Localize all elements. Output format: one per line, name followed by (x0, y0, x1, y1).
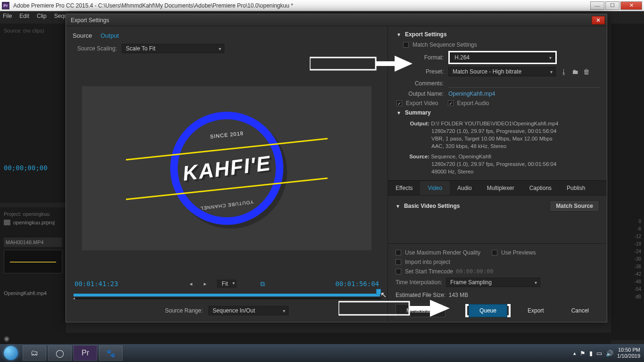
tray-chevron-icon[interactable]: ▴ (573, 350, 576, 356)
preview-scrub-bar[interactable] (74, 294, 380, 296)
audio-meter-panel: 0 -6 -12 -18 -24 -30 -36 -42 -48 -54 dB (611, 24, 644, 340)
time-interpolation-label: Time Interpolation: (396, 279, 442, 286)
set-start-timecode-label: Set Start Timecode (405, 268, 453, 275)
menu-clip[interactable]: Clip (37, 13, 47, 19)
save-preset-icon[interactable]: ⭳ (561, 68, 567, 75)
import-into-project-checkbox[interactable] (396, 259, 401, 265)
match-sequence-checkbox[interactable] (403, 42, 409, 48)
comments-label: Comments: (396, 80, 444, 87)
start-button[interactable] (0, 344, 22, 362)
tab-effects[interactable]: Effects (388, 181, 420, 195)
preview-range-track[interactable]: ◂ (73, 297, 381, 299)
window-maximize-button[interactable]: ☐ (605, 1, 619, 10)
twirl-icon[interactable]: ▼ (396, 204, 400, 209)
summary-output: Output: D:\! FOLDER YOUTUBE\VIDEO1\Openi… (403, 120, 600, 150)
tab-captions[interactable]: Captions (522, 181, 559, 195)
summary-source: Source: Sequence, OpeningKahfi 1280x720 … (403, 153, 600, 175)
output-name-link[interactable]: OpeningKahfi.mp4 (448, 90, 495, 97)
windows-orb-icon (4, 346, 18, 360)
twirl-icon[interactable]: ▼ (396, 110, 401, 115)
zoom-fit-dropdown[interactable]: Fit (217, 280, 236, 288)
use-previews-checkbox[interactable] (492, 250, 497, 255)
export-audio-checkbox[interactable]: ✓ (448, 100, 454, 106)
project-panel-title: Project: openingkuu (4, 211, 62, 217)
taskbar-app[interactable]: 🐾 (99, 346, 123, 361)
source-range-label: Source Range: (165, 307, 203, 314)
tab-output[interactable]: Output (100, 32, 119, 39)
aspect-ratio-icon[interactable]: ⧉ (260, 280, 265, 288)
bin-item-label: MAH00148.MP4 (6, 239, 44, 245)
cancel-button[interactable]: Cancel (561, 304, 599, 317)
app-icon: Pr (2, 2, 9, 9)
metadata-button[interactable]: Metadata... (396, 304, 446, 317)
window-close-button[interactable]: ✕ (620, 1, 642, 10)
taskbar: 🗂 ◯ Pr 🐾 ▴ ⚑ ▮ ▭ 🔊 10:50 PM 1/10/2019 (0, 344, 644, 362)
dialog-close-button[interactable]: ✕ (592, 16, 605, 25)
tray-clock[interactable]: 10:50 PM 1/10/2019 (617, 347, 640, 359)
project-file-label: openingkuu.prproj (13, 220, 55, 225)
project-file[interactable]: openingkuu.prproj (4, 220, 62, 225)
estimated-size-label: Estimated File Size: (396, 292, 446, 298)
bottom-toolbar: ◉ (0, 333, 611, 344)
tray-network-icon[interactable]: ▮ (589, 350, 593, 357)
eye-icon[interactable]: ◉ (4, 335, 9, 342)
dialog-title: Export Settings (71, 17, 109, 24)
set-start-timecode-checkbox[interactable] (396, 269, 401, 274)
taskbar-premiere[interactable]: Pr (74, 346, 97, 361)
source-range-dropdown[interactable]: Sequence In/Out (208, 306, 289, 315)
import-preset-icon[interactable]: 🖿 (572, 68, 578, 75)
preview-timecode-out[interactable]: 00:01:56:04 (322, 280, 379, 288)
preview-canvas: SINCE 2018 KAHFI'E YOUTUBE CHANNEL (82, 86, 372, 250)
export-button[interactable]: Export (517, 304, 554, 317)
source-monitor-label: Source: (no clips) (4, 28, 44, 33)
tab-publish[interactable]: Publish (559, 181, 593, 195)
export-video-label: Export Video (406, 100, 438, 107)
export-audio-label: Export Audio (457, 100, 489, 107)
preset-label: Preset: (396, 68, 444, 75)
source-scaling-dropdown[interactable]: Scale To Fit (122, 44, 224, 53)
queue-button[interactable]: Queue (469, 304, 507, 317)
tray-battery-icon[interactable]: ▭ (596, 350, 602, 357)
step-back-button[interactable]: ◂ (189, 280, 193, 287)
output-name-label: Output Name: (396, 90, 444, 97)
annotation-highlight-format: H.264 (448, 51, 557, 64)
match-sequence-label: Match Sequence Settings (413, 41, 477, 48)
menu-edit[interactable]: Edit (19, 13, 29, 19)
preview-timecode-in[interactable]: 00:01:41:23 (74, 280, 131, 288)
set-start-timecode-value[interactable]: 00:00:00:00 (456, 268, 493, 275)
time-interpolation-dropdown[interactable]: Frame Sampling (446, 278, 540, 287)
folder-icon (4, 220, 10, 225)
playhead-handle[interactable] (376, 289, 381, 295)
bin-item[interactable]: MAH00148.MP4 (4, 238, 62, 247)
format-dropdown[interactable]: H.264 (450, 53, 555, 62)
twirl-icon[interactable]: ▼ (396, 32, 401, 37)
match-source-button[interactable]: Match Source (550, 200, 599, 212)
tray-volume-icon[interactable]: 🔊 (606, 350, 613, 357)
tab-video[interactable]: Video (420, 181, 449, 195)
tray-flag-icon[interactable]: ⚑ (580, 350, 586, 357)
step-fwd-button[interactable]: ▸ (203, 280, 207, 287)
menu-file[interactable]: File (3, 13, 12, 19)
export-video-checkbox[interactable]: ✓ (396, 100, 402, 106)
project-panel: Project: openingkuu openingkuu.prproj MA… (0, 207, 66, 340)
tab-multiplexer[interactable]: Multiplexer (479, 181, 522, 195)
source-scaling-label: Source Scaling: (77, 45, 117, 52)
use-previews-label: Use Previews (501, 249, 536, 256)
preset-dropdown[interactable]: Match Source - High bitrate (448, 67, 556, 76)
delete-preset-icon[interactable]: 🗑 (583, 68, 590, 75)
max-render-quality-label: Use Maximum Render Quality (405, 249, 480, 256)
annotation-highlight-queue: Queue (465, 304, 511, 317)
comments-input[interactable] (448, 79, 600, 88)
taskbar-explorer[interactable]: 🗂 (23, 346, 46, 361)
import-into-project-label: Import into project (405, 259, 450, 265)
taskbar-chrome[interactable]: ◯ (48, 346, 72, 361)
bin-item[interactable]: OpeningKahfi.mp4 (4, 290, 62, 296)
bin-thumbnail[interactable] (4, 250, 62, 273)
export-settings-dialog: Export Settings ✕ Source Output Source S… (66, 14, 607, 322)
window-minimize-button[interactable]: — (590, 1, 604, 10)
audio-meter-ticks: 0 -6 -12 -18 -24 -30 -36 -42 -48 -54 dB (635, 218, 641, 301)
source-timecode-left: 00;00;00;00 (4, 164, 48, 172)
tab-source[interactable]: Source (73, 32, 92, 39)
max-render-quality-checkbox[interactable] (396, 250, 401, 255)
tab-audio[interactable]: Audio (450, 181, 479, 195)
